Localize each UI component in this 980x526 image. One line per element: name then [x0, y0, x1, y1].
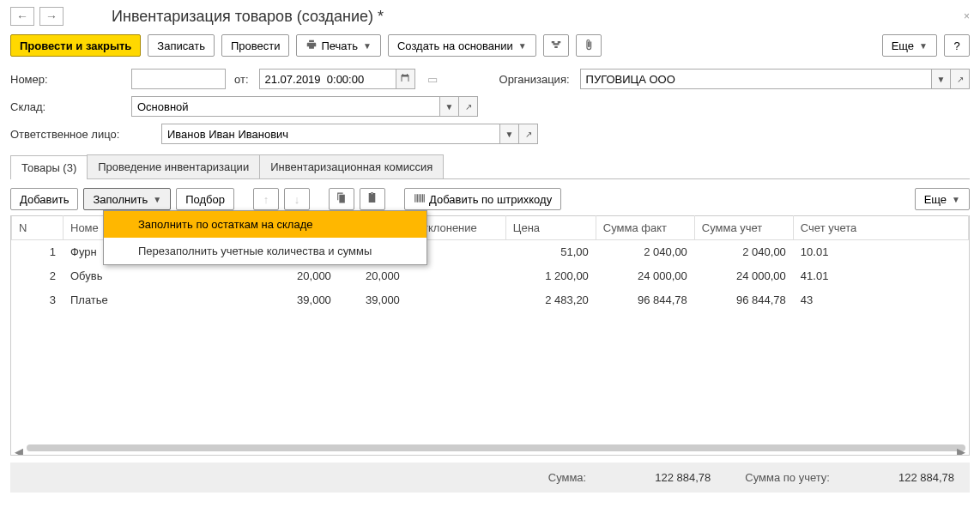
create-based-label: Создать на основании: [397, 39, 513, 52]
print-label: Печать: [321, 39, 358, 52]
barcode-label: Добавить по штрихкоду: [429, 193, 552, 206]
number-label: Номер:: [10, 73, 126, 86]
col-price[interactable]: Цена: [505, 216, 596, 240]
warehouse-dropdown-button[interactable]: ▼: [440, 96, 459, 117]
paste-button[interactable]: [360, 188, 385, 210]
chevron-down-icon: ▼: [518, 41, 527, 51]
tab-commission[interactable]: Инвентаризационная комиссия: [259, 154, 444, 178]
chevron-down-icon: ▼: [505, 130, 514, 139]
print-button[interactable]: Печать ▼: [296, 34, 381, 57]
close-icon[interactable]: ×: [964, 10, 970, 22]
doc-status-icon: ▭: [427, 73, 438, 86]
col-sum-acc[interactable]: Сумма учет: [694, 216, 793, 240]
open-icon: ↗: [525, 130, 532, 139]
create-based-on-button[interactable]: Создать на основании ▼: [388, 34, 536, 57]
arrow-up-icon: ↑: [263, 193, 269, 206]
date-input[interactable]: [259, 69, 396, 89]
open-icon: ↗: [957, 75, 964, 84]
responsible-input[interactable]: [161, 124, 500, 144]
table-more-button[interactable]: Еще ▼: [915, 188, 970, 210]
org-dropdown-button[interactable]: ▼: [932, 69, 951, 89]
organization-input[interactable]: [580, 69, 932, 89]
fill-label: Заполнить: [93, 193, 148, 206]
pick-button[interactable]: Подбор: [176, 188, 234, 210]
responsible-dropdown-button[interactable]: ▼: [500, 124, 519, 144]
arrow-down-icon: ↓: [294, 193, 300, 206]
arrow-right-icon: →: [45, 9, 57, 23]
table-more-label: Еще: [924, 193, 947, 206]
calendar-icon: [400, 73, 410, 85]
table-row[interactable]: 2 Обувь 20,000 20,000 1 200,00 24 000,00…: [12, 264, 969, 288]
sum-label: Сумма:: [548, 471, 586, 484]
more-label: Еще: [892, 39, 914, 52]
tab-conduct[interactable]: Проведение инвентаризации: [87, 154, 260, 178]
chevron-down-icon: ▼: [153, 195, 161, 204]
chevron-down-icon: ▼: [952, 195, 960, 204]
sum-acc-value: 122 884,78: [898, 471, 954, 484]
fill-dropdown-menu: Заполнить по остаткам на складе Перезапо…: [103, 210, 427, 265]
fill-button[interactable]: Заполнить ▼: [83, 188, 171, 210]
menu-fill-by-stock[interactable]: Заполнить по остаткам на складе: [104, 211, 426, 238]
move-down-button[interactable]: ↓: [284, 188, 310, 210]
nav-forward-button[interactable]: →: [39, 7, 64, 26]
number-input[interactable]: [131, 69, 226, 89]
org-open-button[interactable]: ↗: [951, 69, 970, 89]
attachment-button[interactable]: [576, 34, 602, 57]
totals-bar: Сумма: 122 884,78 Сумма по учету: 122 88…: [10, 463, 970, 493]
add-by-barcode-button[interactable]: Добавить по штрихкоду: [404, 188, 561, 210]
calendar-button[interactable]: [396, 69, 415, 89]
chevron-down-icon: ▼: [363, 41, 372, 51]
sum-acc-label: Сумма по учету:: [745, 471, 830, 484]
from-label: от:: [234, 73, 249, 86]
page-title: Инвентаризация товаров (создание) *: [112, 8, 384, 26]
responsible-open-button[interactable]: ↗: [519, 124, 538, 144]
open-icon: ↗: [465, 102, 472, 112]
printer-icon: [305, 39, 318, 53]
col-n[interactable]: N: [12, 216, 64, 240]
scroll-right-icon[interactable]: ▶: [957, 445, 965, 454]
more-button[interactable]: Еще ▼: [882, 34, 937, 57]
structure-button[interactable]: [543, 34, 569, 57]
chevron-down-icon: ▼: [937, 75, 946, 84]
warehouse-open-button[interactable]: ↗: [459, 96, 478, 117]
barcode-icon: [414, 192, 426, 207]
menu-refill-amounts[interactable]: Перезаполнить учетные количества и суммы: [104, 238, 426, 264]
post-and-close-button[interactable]: Провести и закрыть: [10, 34, 141, 57]
org-label: Организация:: [499, 73, 570, 86]
write-button[interactable]: Записать: [148, 34, 215, 57]
sum-value: 122 884,78: [655, 471, 711, 484]
tab-goods[interactable]: Товары (3): [10, 155, 88, 179]
responsible-label: Ответственное лицо:: [10, 128, 156, 141]
copy-button[interactable]: [329, 188, 354, 210]
help-button[interactable]: ?: [944, 34, 970, 57]
structure-icon: [550, 39, 562, 53]
add-row-button[interactable]: Добавить: [10, 188, 78, 210]
post-button[interactable]: Провести: [221, 34, 290, 57]
table-row[interactable]: 3 Платье 39,000 39,000 2 483,20 96 844,7…: [12, 288, 969, 312]
chevron-down-icon: ▼: [919, 41, 928, 51]
col-account[interactable]: Счет учета: [793, 216, 968, 240]
copy-icon: [336, 192, 347, 206]
nav-back-button[interactable]: ←: [10, 7, 34, 26]
warehouse-input[interactable]: [131, 96, 440, 117]
move-up-button[interactable]: ↑: [253, 188, 279, 210]
arrow-left-icon: ←: [16, 9, 28, 23]
paperclip-icon: [583, 39, 595, 53]
horizontal-scrollbar[interactable]: [27, 444, 965, 451]
paste-icon: [366, 192, 378, 206]
scroll-left-icon[interactable]: ◀: [15, 445, 23, 454]
col-sum-fact[interactable]: Сумма факт: [596, 216, 694, 240]
chevron-down-icon: ▼: [445, 102, 454, 112]
warehouse-label: Склад:: [10, 100, 126, 113]
